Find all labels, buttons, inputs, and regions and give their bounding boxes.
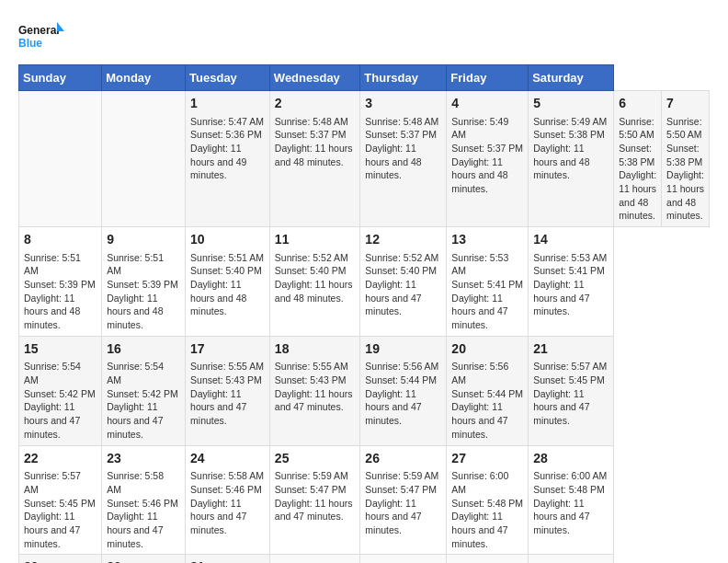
sunset-text: Sunset: 5:36 PM	[190, 128, 265, 142]
sunset-text: Sunset: 5:38 PM	[533, 128, 609, 142]
daylight-text: Daylight: 11 hours and 48 minutes.	[451, 155, 523, 196]
sunrise-text: Sunrise: 5:58 AM	[190, 469, 265, 483]
sunset-text: Sunset: 5:40 PM	[190, 264, 265, 278]
sunrise-text: Sunrise: 5:57 AM	[533, 360, 609, 373]
sunrise-text: Sunrise: 5:53 AM	[533, 251, 609, 265]
sunset-text: Sunset: 5:47 PM	[275, 483, 356, 497]
day-number: 20	[451, 340, 523, 359]
day-number: 17	[190, 340, 265, 359]
calendar-day-cell: 9Sunrise: 5:51 AMSunset: 5:39 PMDaylight…	[102, 227, 186, 337]
daylight-text: Daylight: 11 hours and 48 minutes.	[533, 142, 609, 182]
daylight-text: Daylight: 11 hours and 48 minutes.	[619, 168, 656, 223]
weekday-header: Sunday	[19, 65, 102, 91]
calendar-day-cell: 4Sunrise: 5:49 AMSunset: 5:37 PMDaylight…	[447, 91, 529, 227]
calendar-week-row: 8Sunrise: 5:51 AMSunset: 5:39 PMDaylight…	[19, 227, 710, 337]
calendar-day-cell: 1Sunrise: 5:47 AMSunset: 5:36 PMDaylight…	[186, 91, 270, 227]
sunset-text: Sunset: 5:39 PM	[107, 278, 180, 292]
day-number: 10	[190, 231, 265, 249]
sunrise-text: Sunrise: 5:59 AM	[275, 469, 356, 483]
daylight-text: Daylight: 11 hours and 47 minutes.	[24, 400, 97, 441]
sunrise-text: Sunrise: 6:00 AM	[451, 469, 523, 496]
logo: General Blue	[18, 18, 64, 55]
sunrise-text: Sunrise: 5:52 AM	[365, 251, 441, 265]
day-number: 28	[533, 450, 609, 468]
calendar-day-cell: 7Sunrise: 5:50 AMSunset: 5:38 PMDaylight…	[662, 91, 710, 227]
sunset-text: Sunset: 5:41 PM	[533, 264, 609, 278]
daylight-text: Daylight: 11 hours and 47 minutes.	[107, 400, 180, 441]
day-number: 25	[275, 450, 356, 468]
sunrise-text: Sunrise: 5:49 AM	[533, 115, 609, 129]
weekday-header: Tuesday	[186, 65, 270, 91]
calendar-day-cell: 30Sunrise: 6:01 AMSunset: 5:49 PMDayligh…	[102, 555, 186, 563]
day-number: 15	[24, 340, 97, 359]
sunset-text: Sunset: 5:43 PM	[190, 373, 265, 387]
sunset-text: Sunset: 5:42 PM	[107, 387, 180, 401]
calendar-day-cell: 24Sunrise: 5:58 AMSunset: 5:46 PMDayligh…	[186, 445, 270, 555]
sunrise-text: Sunrise: 5:56 AM	[365, 360, 441, 373]
day-number: 14	[533, 231, 609, 249]
calendar-day-cell: 14Sunrise: 5:53 AMSunset: 5:41 PMDayligh…	[529, 227, 614, 337]
empty-day-cell	[360, 555, 447, 563]
sunset-text: Sunset: 5:45 PM	[533, 373, 609, 387]
sunset-text: Sunset: 5:40 PM	[365, 264, 441, 278]
calendar-week-row: 15Sunrise: 5:54 AMSunset: 5:42 PMDayligh…	[19, 336, 710, 445]
calendar-day-cell: 28Sunrise: 6:00 AMSunset: 5:48 PMDayligh…	[529, 445, 614, 555]
day-number: 8	[24, 231, 97, 249]
day-number: 30	[107, 558, 180, 563]
daylight-text: Daylight: 11 hours and 47 minutes.	[275, 387, 356, 414]
sunrise-text: Sunrise: 5:51 AM	[24, 251, 97, 278]
daylight-text: Daylight: 11 hours and 49 minutes.	[190, 142, 265, 182]
daylight-text: Daylight: 11 hours and 48 minutes.	[666, 168, 704, 223]
sunset-text: Sunset: 5:46 PM	[107, 497, 180, 511]
sunrise-text: Sunrise: 5:52 AM	[275, 251, 356, 265]
sunset-text: Sunset: 5:37 PM	[451, 142, 523, 155]
calendar-day-cell: 22Sunrise: 5:57 AMSunset: 5:45 PMDayligh…	[19, 445, 102, 555]
sunrise-text: Sunrise: 5:54 AM	[24, 360, 97, 386]
svg-text:Blue: Blue	[18, 37, 42, 50]
calendar-day-cell: 17Sunrise: 5:55 AMSunset: 5:43 PMDayligh…	[186, 336, 270, 445]
daylight-text: Daylight: 11 hours and 47 minutes.	[451, 400, 523, 441]
day-number: 22	[24, 450, 97, 468]
calendar-day-cell: 29Sunrise: 6:01 AMSunset: 5:49 PMDayligh…	[19, 555, 102, 563]
calendar-day-cell: 3Sunrise: 5:48 AMSunset: 5:37 PMDaylight…	[360, 91, 447, 227]
sunset-text: Sunset: 5:44 PM	[365, 373, 441, 387]
day-number: 12	[365, 231, 441, 249]
calendar-day-cell: 16Sunrise: 5:54 AMSunset: 5:42 PMDayligh…	[102, 336, 186, 445]
weekday-header: Thursday	[360, 65, 447, 91]
weekday-header: Friday	[447, 65, 529, 91]
day-number: 19	[365, 340, 441, 359]
sunrise-text: Sunrise: 5:50 AM	[666, 115, 704, 142]
calendar-day-cell: 8Sunrise: 5:51 AMSunset: 5:39 PMDaylight…	[19, 227, 102, 337]
daylight-text: Daylight: 11 hours and 48 minutes.	[190, 278, 265, 318]
calendar-week-row: 29Sunrise: 6:01 AMSunset: 5:49 PMDayligh…	[19, 555, 710, 563]
sunset-text: Sunset: 5:40 PM	[275, 264, 356, 278]
calendar-day-cell: 13Sunrise: 5:53 AMSunset: 5:41 PMDayligh…	[447, 227, 529, 337]
calendar-day-cell: 25Sunrise: 5:59 AMSunset: 5:47 PMDayligh…	[269, 445, 360, 555]
sunset-text: Sunset: 5:47 PM	[365, 483, 441, 497]
daylight-text: Daylight: 11 hours and 48 minutes.	[365, 142, 441, 182]
day-number: 11	[275, 231, 356, 249]
daylight-text: Daylight: 11 hours and 47 minutes.	[275, 497, 356, 523]
daylight-text: Daylight: 11 hours and 47 minutes.	[533, 497, 609, 537]
day-number: 2	[275, 95, 356, 113]
day-number: 16	[107, 340, 180, 359]
daylight-text: Daylight: 11 hours and 47 minutes.	[451, 510, 523, 550]
sunrise-text: Sunrise: 5:51 AM	[190, 251, 265, 265]
day-number: 4	[451, 95, 523, 113]
empty-day-cell	[529, 555, 614, 563]
day-number: 7	[666, 95, 704, 113]
day-number: 9	[107, 231, 180, 249]
sunrise-text: Sunrise: 5:47 AM	[190, 115, 265, 129]
calendar-day-cell: 6Sunrise: 5:50 AMSunset: 5:38 PMDaylight…	[614, 91, 662, 227]
calendar-day-cell: 21Sunrise: 5:57 AMSunset: 5:45 PMDayligh…	[529, 336, 614, 445]
sunset-text: Sunset: 5:38 PM	[619, 142, 656, 168]
calendar-day-cell: 2Sunrise: 5:48 AMSunset: 5:37 PMDaylight…	[269, 91, 360, 227]
calendar-day-cell: 31Sunrise: 6:02 AMSunset: 5:50 PMDayligh…	[186, 555, 270, 563]
sunset-text: Sunset: 5:42 PM	[24, 387, 97, 401]
day-number: 26	[365, 450, 441, 468]
sunset-text: Sunset: 5:48 PM	[533, 483, 609, 497]
sunrise-text: Sunrise: 5:48 AM	[275, 115, 356, 129]
sunset-text: Sunset: 5:38 PM	[666, 142, 704, 168]
daylight-text: Daylight: 11 hours and 48 minutes.	[275, 278, 356, 304]
sunset-text: Sunset: 5:39 PM	[24, 278, 97, 292]
